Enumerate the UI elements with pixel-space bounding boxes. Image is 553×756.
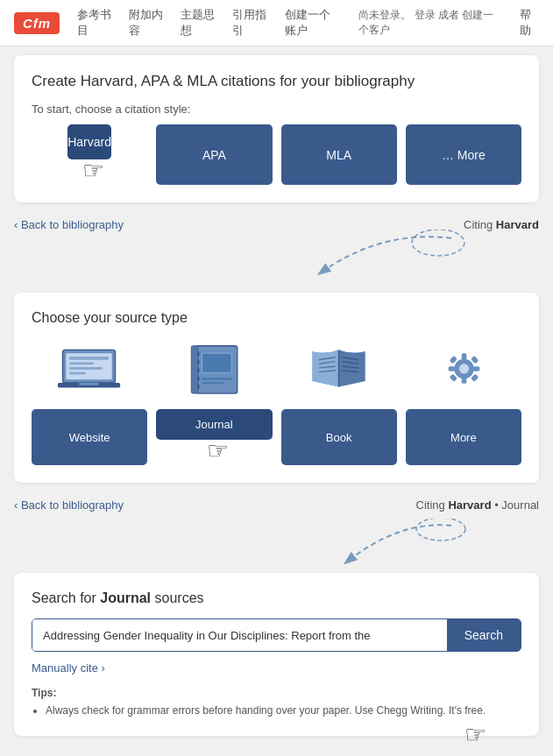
svg-rect-37 [450, 374, 457, 382]
book-icon-item [282, 340, 397, 397]
nav-create-account[interactable]: 创建一个账户 [285, 7, 342, 39]
svg-rect-36 [471, 356, 479, 364]
dashed-arrow-1 [14, 247, 539, 282]
journal-button[interactable]: Journal [156, 409, 272, 440]
search-title: Search for Journal sources [32, 590, 521, 606]
svg-rect-32 [462, 377, 467, 384]
mla-button[interactable]: MLA [281, 124, 397, 185]
journal-svg-icon [181, 340, 247, 397]
more-source-icon-item [407, 340, 521, 397]
svg-rect-3 [69, 357, 109, 360]
journal-icon-item [157, 340, 272, 397]
more-citation-button[interactable]: … More [406, 124, 521, 185]
section1-title: Create Harvard, APA & MLA citations for … [32, 73, 521, 90]
svg-rect-6 [69, 372, 86, 375]
citation-style-card: Create Harvard, APA & MLA citations for … [14, 55, 539, 202]
dashed-arrow-2 [14, 527, 539, 562]
nav-add-content[interactable]: 附加内容 [129, 7, 167, 39]
more-source-button[interactable]: More [406, 409, 521, 465]
website-icon-item [32, 340, 146, 397]
tips-title: Tips: [32, 687, 521, 699]
back-to-bibliography-2[interactable]: ‹ Back to bibliography [14, 498, 124, 512]
nav-right-info: 尚未登录。 登录 成者 创建一个客户 [358, 8, 501, 38]
main-content: Create Harvard, APA & MLA citations for … [0, 46, 553, 756]
search-card: Search for Journal sources Search Manual… [14, 573, 539, 736]
book-button[interactable]: Book [281, 409, 397, 465]
cursor-hand-2-icon: ☞ [207, 436, 229, 465]
svg-rect-34 [473, 366, 480, 371]
source-icons-row [32, 340, 521, 397]
citation-buttons: Harvard ☞ APA MLA … More [32, 124, 521, 185]
search-row: Search [32, 618, 521, 652]
book-svg-icon [306, 340, 372, 397]
tip-item-1: Always check for grammar errors before h… [46, 703, 521, 718]
source-type-card: Choose your source type [14, 293, 539, 483]
svg-rect-12 [202, 378, 231, 379]
nav-help[interactable]: 帮助 [520, 7, 539, 39]
nav-row-2: ‹ Back to bibliography Citing Harvard • … [14, 493, 539, 517]
tips-list: Always check for grammar errors before h… [32, 703, 521, 718]
svg-rect-10 [202, 353, 231, 373]
svg-point-39 [416, 519, 465, 541]
nav-citation-guide[interactable]: 引用指引 [232, 7, 270, 39]
nav-links: 参考书目 附加内容 主题思想 引用指引 创建一个账户 [77, 7, 341, 39]
svg-rect-38 [471, 374, 479, 382]
svg-point-30 [459, 364, 469, 373]
citing-info-1: Citing Harvard [464, 218, 539, 231]
top-navigation: Cfm 参考书目 附加内容 主题思想 引用指引 创建一个账户 尚未登录。 登录 … [0, 0, 553, 46]
choose-style-label: To start, choose a citation style: [32, 102, 521, 116]
manually-cite-link[interactable]: Manually cite › [32, 661, 105, 675]
cursor-hand-icon: ☞ [82, 156, 104, 185]
svg-rect-35 [450, 356, 457, 364]
source-type-title: Choose your source type [32, 310, 521, 326]
tips-section: Tips: Always check for grammar errors be… [32, 687, 521, 718]
nav-references[interactable]: 参考书目 [77, 7, 115, 39]
search-button[interactable]: Search [447, 619, 521, 651]
back-to-bibliography-1[interactable]: ‹ Back to bibliography [14, 218, 124, 231]
svg-point-0 [412, 230, 464, 256]
search-input[interactable] [32, 619, 447, 651]
website-svg-icon [56, 340, 122, 397]
svg-rect-4 [69, 362, 94, 364]
source-type-buttons: Website Journal ☞ Book More [32, 409, 521, 465]
cursor-hand-3-icon: ☞ [14, 720, 539, 749]
svg-rect-5 [69, 367, 103, 370]
website-button[interactable]: Website [32, 409, 147, 465]
gear-svg-icon [431, 340, 497, 397]
apa-button[interactable]: APA [156, 124, 272, 185]
nav-theme[interactable]: 主题思想 [181, 7, 218, 39]
harvard-button[interactable]: Harvard [67, 124, 111, 159]
site-logo[interactable]: Cfm [14, 12, 60, 34]
citing-info-2: Citing Harvard • Journal [416, 498, 539, 512]
svg-rect-8 [79, 383, 99, 385]
svg-rect-33 [449, 366, 456, 371]
svg-rect-19 [191, 346, 198, 393]
svg-rect-13 [202, 382, 223, 384]
svg-rect-31 [462, 353, 467, 360]
